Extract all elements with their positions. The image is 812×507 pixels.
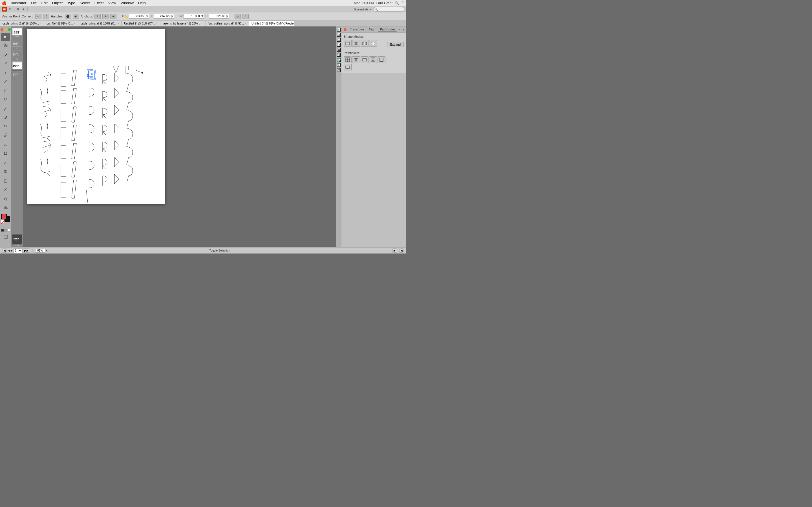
menu-object[interactable]: Object <box>50 0 65 6</box>
tab-close-5[interactable]: × <box>201 22 203 25</box>
essentials-dropdown-icon[interactable]: ▾ <box>370 8 371 11</box>
tab-close-4[interactable]: × <box>156 22 158 25</box>
window-maximize-btn[interactable] <box>8 28 11 31</box>
tab-cable-prints-150[interactable]: cable_prints.ai @ 150% (C... × <box>78 20 122 26</box>
menu-edit[interactable]: Edit <box>39 0 49 6</box>
convert-btn-1[interactable]: ↙ <box>35 14 42 19</box>
strip-btn-1[interactable]: ↕ <box>337 27 341 32</box>
strip-btn-7[interactable]: 🔗 <box>337 58 341 62</box>
scale-tool[interactable] <box>1 131 10 139</box>
strip-btn-4[interactable]: ⊡ <box>337 43 341 47</box>
ellipse-tool[interactable] <box>1 95 10 103</box>
strip-btn-9[interactable]: ⊞ <box>337 68 341 72</box>
strip-btn-3[interactable]: ☰ <box>337 38 341 42</box>
search-input[interactable] <box>373 7 404 11</box>
notification-icon[interactable]: ☰ <box>401 1 404 5</box>
spotlight-icon[interactable]: 🔍 <box>395 1 399 5</box>
warp-tool[interactable] <box>1 141 10 149</box>
merge-btn[interactable] <box>361 56 368 63</box>
panel-collapse-icon[interactable]: ▲ <box>402 28 405 31</box>
no-color-swatch[interactable] <box>1 220 4 223</box>
tab-cut-file[interactable]: cut_file* @ 81% (C... × <box>44 20 78 26</box>
window-minimize-btn[interactable] <box>4 28 7 31</box>
exclude-btn[interactable] <box>369 40 377 47</box>
w-value-input[interactable] <box>184 14 204 18</box>
apple-menu[interactable]: 🍎 <box>2 1 6 5</box>
next-page-btn[interactable]: ▶▶ <box>23 248 30 252</box>
direct-selection-tool[interactable] <box>1 41 10 49</box>
anchors-btn-2[interactable]: ⊕ <box>102 14 109 19</box>
thumb-6[interactable]: SHIRT sla... Scree <box>12 234 22 246</box>
gray-swatch[interactable] <box>4 229 7 231</box>
type-tool[interactable]: T <box>1 69 10 77</box>
prev-page-btn[interactable]: ◀ <box>2 248 7 252</box>
pathfinder-tab[interactable]: Pathfinder <box>378 27 397 32</box>
menu-select[interactable]: Select <box>78 0 92 6</box>
tab-laser-shirt[interactable]: laser_shirt_large.ai* @ 25%... × <box>160 20 205 26</box>
zoom-dropdown[interactable]: ▾ <box>46 249 47 252</box>
page-select[interactable]: 1 <box>14 249 22 252</box>
convert-btn-2[interactable]: ↗ <box>43 14 49 19</box>
tab-untitled2[interactable]: Untitled-2* @ 81% (CY... × <box>121 20 160 26</box>
canvas-area[interactable]: eer Scree eer eer RT. RT. eer <box>11 26 341 247</box>
intersect-btn[interactable] <box>361 40 368 47</box>
thumb-3[interactable]: RT. RT. <box>12 50 22 60</box>
more-options-btn[interactable]: ≡ <box>243 14 249 19</box>
selection-tool[interactable] <box>1 33 10 41</box>
tab-close-6[interactable]: × <box>245 22 246 25</box>
rectangle-tool[interactable] <box>1 87 10 95</box>
live-paint-tool[interactable] <box>1 167 10 175</box>
menu-view[interactable]: View <box>106 0 118 6</box>
menu-illustrator[interactable]: Illustrator <box>9 0 28 6</box>
handles-btn-1[interactable]: ⬤ <box>65 14 71 19</box>
foreground-color-swatch[interactable] <box>1 214 7 219</box>
h-value-input[interactable] <box>209 14 229 18</box>
toggle-collapse-btn[interactable]: ◀ <box>399 248 404 252</box>
anchors-btn-3[interactable]: ◈ <box>110 14 116 19</box>
unite-btn[interactable] <box>344 40 352 47</box>
x-value-input[interactable] <box>129 14 149 18</box>
hand-tool[interactable] <box>1 203 10 211</box>
tab-close-3[interactable]: × <box>117 22 119 25</box>
divide-btn[interactable] <box>344 56 352 63</box>
transform-tab[interactable]: Transform <box>348 27 366 32</box>
add-anchor-tool[interactable]: + <box>1 59 10 67</box>
menu-window[interactable]: Window <box>119 0 136 6</box>
strip-btn-2[interactable]: ⊞ <box>337 33 341 37</box>
slice-tool[interactable] <box>1 185 10 193</box>
rotate-tool[interactable] <box>1 123 10 131</box>
arrange-dropdown[interactable]: ▾ <box>21 7 26 12</box>
thumb-5[interactable]: RT. <box>12 70 22 78</box>
pen-tool[interactable] <box>1 51 10 59</box>
align-tab[interactable]: Align <box>367 27 377 32</box>
pencil-tool[interactable] <box>1 113 10 121</box>
panel-menu-icon[interactable]: ≡ <box>399 28 400 31</box>
strip-btn-5[interactable]: ▣ <box>337 48 341 52</box>
menu-type[interactable]: Type <box>65 0 77 6</box>
screen-mode-btn[interactable] <box>1 233 10 241</box>
expand-btn[interactable]: Expand <box>387 42 404 47</box>
tab-close-2[interactable]: × <box>74 22 75 25</box>
toggle-arrow-btn[interactable]: ▶ <box>393 248 397 252</box>
paintbrush-tool[interactable] <box>1 105 10 113</box>
minus-back-btn[interactable] <box>344 64 352 70</box>
tab-cable-prints[interactable]: cable_prints_2.ai* @ 100%... × <box>0 20 44 26</box>
strip-btn-8[interactable]: ✦ <box>337 63 341 67</box>
dark-swatch[interactable] <box>1 229 4 231</box>
trim-btn[interactable] <box>352 56 360 63</box>
thumb-2[interactable]: eer eer <box>12 39 22 49</box>
outline-btn[interactable] <box>377 56 386 63</box>
strip-btn-6[interactable]: ⊕ <box>337 53 341 57</box>
eyedropper-tool[interactable] <box>1 159 10 167</box>
panel-close-btn[interactable] <box>344 28 347 31</box>
zoom-tool[interactable] <box>1 195 10 203</box>
thumb-4[interactable]: eer <box>12 61 22 69</box>
tab-close-1[interactable]: × <box>40 22 42 25</box>
free-transform-tool[interactable] <box>1 149 10 157</box>
menu-help[interactable]: Help <box>136 0 148 6</box>
crop-btn[interactable] <box>369 56 377 63</box>
zoom-input[interactable] <box>35 249 45 252</box>
menu-effect[interactable]: Effect <box>93 0 106 6</box>
thumb-1[interactable]: eer Scree <box>12 27 22 38</box>
y-value-input[interactable] <box>154 14 174 18</box>
